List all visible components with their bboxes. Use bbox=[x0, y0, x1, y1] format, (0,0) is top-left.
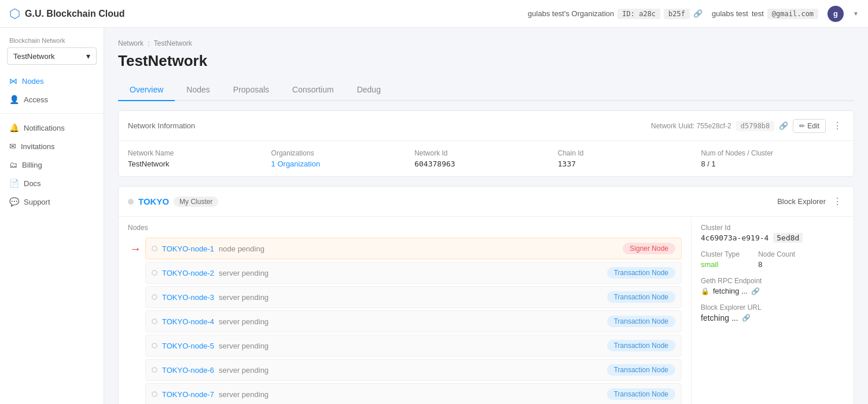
cluster-type-value: small bbox=[701, 260, 740, 269]
block-explorer-url-link-icon[interactable]: 🔗 bbox=[742, 314, 751, 322]
cluster-id-suffix: 5ed8d bbox=[773, 233, 803, 243]
sidebar-item-nodes[interactable]: ⋈ Nodes bbox=[0, 72, 104, 90]
node-count-section: Node Count 8 bbox=[758, 250, 795, 269]
sidebar-item-billing[interactable]: 🗂 Billing bbox=[0, 155, 104, 174]
node-row-node-6: TOKYO-node-6server pendingTransaction No… bbox=[145, 359, 682, 381]
access-icon: 👤 bbox=[9, 95, 19, 104]
edit-label: Edit bbox=[807, 122, 819, 130]
org-id-prefix: ID: a28c bbox=[617, 9, 660, 19]
more-options-icon[interactable]: ⋮ bbox=[830, 118, 844, 134]
node-badge-node-5: Transaction Node bbox=[607, 340, 675, 351]
num-nodes-label: Num of Nodes / Cluster bbox=[701, 149, 844, 157]
block-explorer-link[interactable]: Block Explorer bbox=[777, 197, 826, 206]
node-status-dot-node-4 bbox=[152, 318, 157, 324]
sidebar-item-invitations[interactable]: ✉ Invitations bbox=[0, 137, 104, 155]
tab-overview[interactable]: Overview bbox=[118, 79, 175, 101]
avatar-dropdown-icon[interactable]: ▼ bbox=[853, 10, 859, 17]
geth-rpc-section: Geth RPC Endpoint 🔒 fetching ... 🔗 bbox=[701, 277, 844, 295]
node-badge-node-7: Transaction Node bbox=[607, 388, 675, 400]
cluster-type-label: Cluster Type bbox=[701, 250, 740, 258]
support-icon: 💬 bbox=[9, 197, 19, 206]
node-row-left-node-3: TOKYO-node-3server pending bbox=[152, 293, 269, 302]
network-id-label: Network Id bbox=[414, 149, 558, 157]
network-selector-chevron-icon: ▾ bbox=[86, 51, 90, 61]
sidebar-item-support[interactable]: 💬 Support bbox=[0, 192, 104, 211]
network-info-grid: Network Name TestNetwork Organizations 1… bbox=[128, 149, 844, 168]
header-left: ⬡ G.U. Blockchain Cloud bbox=[9, 6, 124, 21]
node-name-node-4[interactable]: TOKYO-node-4 bbox=[162, 317, 214, 326]
node-row-node-3: TOKYO-node-3server pendingTransaction No… bbox=[145, 286, 682, 308]
nodes-panel-title: Nodes bbox=[128, 224, 682, 232]
sidebar-nodes-label: Nodes bbox=[22, 77, 44, 86]
network-info-card: Network Information Network Uuid: 755e28… bbox=[118, 110, 854, 177]
cluster-status-indicator bbox=[128, 199, 134, 205]
node-name-node-5[interactable]: TOKYO-node-5 bbox=[162, 342, 214, 350]
cluster-id-prefix: 4c69073a-e919-4 bbox=[701, 233, 768, 242]
cluster-header: TOKYO My Cluster Block Explorer ⋮ bbox=[119, 187, 854, 217]
node-row-node-7: TOKYO-node-7server pendingTransaction No… bbox=[145, 383, 682, 404]
node-row-left-node-4: TOKYO-node-4server pending bbox=[152, 317, 269, 326]
sidebar-billing-label: Billing bbox=[22, 161, 42, 169]
nodes-list: →TOKYO-node-1node pendingSigner NodeTOKY… bbox=[128, 238, 682, 404]
sidebar-docs-label: Docs bbox=[24, 179, 41, 188]
geth-rpc-value-row: 🔒 fetching ... 🔗 bbox=[701, 287, 844, 295]
nodes-panel: Nodes →TOKYO-node-1node pendingSigner No… bbox=[119, 217, 692, 404]
cluster-more-options-icon[interactable]: ⋮ bbox=[830, 194, 844, 209]
breadcrumb-part1: Network bbox=[118, 39, 144, 47]
node-name-node-1[interactable]: TOKYO-node-1 bbox=[162, 244, 214, 253]
sidebar-invitations-label: Invitations bbox=[21, 142, 55, 151]
orgs-label: Organizations bbox=[271, 149, 415, 157]
node-status-node-5: server pending bbox=[219, 342, 269, 350]
orgs-value[interactable]: 1 Organization bbox=[271, 160, 415, 168]
nodes-icon: ⋈ bbox=[9, 76, 17, 86]
sidebar-item-docs[interactable]: 📄 Docs bbox=[0, 174, 104, 192]
org-id-suffix: b25f bbox=[664, 9, 690, 19]
copy-org-id-icon[interactable]: 🔗 bbox=[693, 9, 703, 18]
geth-rpc-link-icon[interactable]: 🔗 bbox=[751, 287, 760, 295]
node-name-node-2[interactable]: TOKYO-node-2 bbox=[162, 269, 214, 277]
sidebar-notifications-label: Notifications bbox=[24, 124, 65, 132]
node-status-node-6: server pending bbox=[219, 366, 269, 375]
network-selector[interactable]: TestNetwork ▾ bbox=[7, 47, 97, 65]
node-status-node-7: server pending bbox=[219, 390, 269, 399]
chain-id-value: 1337 bbox=[558, 160, 701, 168]
node-status-dot-node-5 bbox=[152, 343, 157, 349]
sidebar: Blockchain Network TestNetwork ▾ ⋈ Nodes… bbox=[0, 28, 104, 404]
node-row-node-4: TOKYO-node-4server pendingTransaction No… bbox=[145, 310, 682, 332]
node-name-node-7[interactable]: TOKYO-node-7 bbox=[162, 390, 214, 399]
edit-button[interactable]: ✏ Edit bbox=[793, 119, 826, 133]
node-status-dot-node-2 bbox=[152, 270, 157, 276]
tab-consortium[interactable]: Consortium bbox=[281, 79, 345, 101]
sidebar-item-notifications[interactable]: 🔔 Notifications bbox=[0, 118, 104, 137]
cluster-id-label: Cluster Id bbox=[701, 224, 844, 232]
lock-icon: 🔒 bbox=[701, 287, 709, 295]
network-info-title: Network Information bbox=[128, 121, 195, 130]
col-network-id: Network Id 604378963 bbox=[414, 149, 558, 168]
avatar[interactable]: g bbox=[827, 6, 844, 22]
node-name-node-3[interactable]: TOKYO-node-3 bbox=[162, 293, 214, 302]
node-row-left-node-6: TOKYO-node-6server pending bbox=[152, 366, 269, 375]
tab-debug[interactable]: Dedug bbox=[345, 79, 392, 101]
chain-id-label: Chain Id bbox=[558, 149, 701, 157]
invitations-icon: ✉ bbox=[9, 142, 16, 151]
user-email: @gmail.com bbox=[767, 9, 818, 19]
tab-proposals[interactable]: Proposals bbox=[222, 79, 281, 101]
node-count-label: Node Count bbox=[758, 250, 795, 258]
cluster-id-value: 4c69073a-e919-4 5ed8d bbox=[701, 233, 844, 242]
copy-uuid-icon[interactable]: 🔗 bbox=[779, 121, 788, 130]
cluster-info-panel: Cluster Id 4c69073a-e919-4 5ed8d Cluster… bbox=[692, 217, 854, 404]
sidebar-item-access[interactable]: 👤 Access bbox=[0, 90, 104, 109]
blockchain-network-label: Blockchain Network bbox=[0, 37, 104, 47]
col-network-name: Network Name TestNetwork bbox=[128, 149, 271, 168]
sidebar-divider bbox=[0, 113, 104, 114]
cluster-header-right: Block Explorer ⋮ bbox=[777, 194, 844, 209]
node-row-node-1: →TOKYO-node-1node pendingSigner Node bbox=[145, 238, 682, 260]
edit-pencil-icon: ✏ bbox=[799, 122, 805, 130]
network-name-value: TestNetwork bbox=[128, 160, 271, 168]
tab-nodes[interactable]: Nodes bbox=[175, 79, 221, 101]
node-name-node-6[interactable]: TOKYO-node-6 bbox=[162, 366, 214, 375]
node-status-dot-node-6 bbox=[152, 367, 157, 373]
cluster-badge: My Cluster bbox=[174, 197, 218, 207]
breadcrumb-sep: : bbox=[148, 39, 149, 47]
cluster-type-row: Cluster Type small Node Count 8 bbox=[701, 250, 844, 277]
